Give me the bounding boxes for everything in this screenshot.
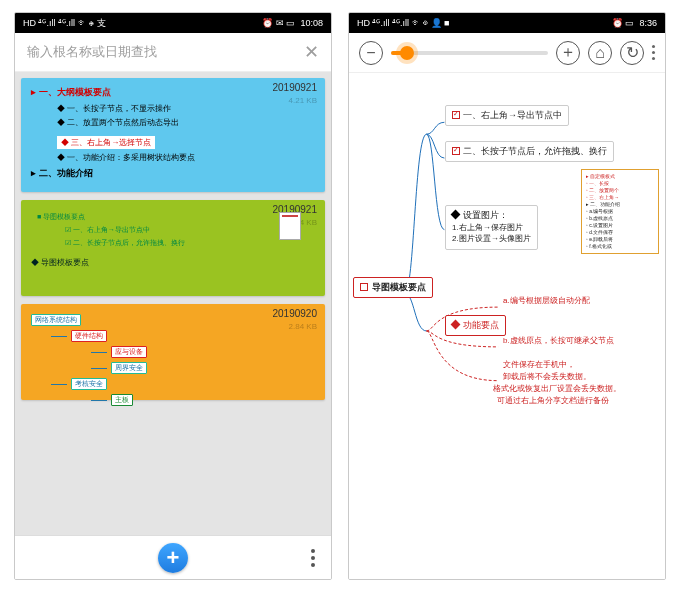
node-label: 设置图片： <box>463 210 508 220</box>
node-label: 功能要点 <box>463 320 499 330</box>
toolbar: − ＋ ⌂ ↻ <box>349 33 665 73</box>
detail-row: ◦ d.文件保存 <box>586 229 654 236</box>
detail-row: ◦ 一、长按 <box>586 180 654 187</box>
c3-node: 周界安全 <box>111 362 147 374</box>
detail-row: ▸ 自定模板式 <box>586 173 654 180</box>
card-item: ◆ 二、放置两个节点然后动态导出 <box>57 117 315 128</box>
mindmap-node-image[interactable]: 设置图片： 1.右上角→保存图片 2.图片设置→头像图片 <box>445 205 538 250</box>
mindmap-note: 可通过右上角分享文档进行备份 <box>497 395 609 406</box>
card-size: 2.84 KB <box>289 322 317 331</box>
node-subline: 2.图片设置→头像图片 <box>452 234 531 243</box>
status-indicators-right: HD ⁴ᴳ.ıll ⁴ᴳ.ıll ᯤ ◎ 👤 ■ <box>357 18 449 28</box>
add-button[interactable]: + <box>158 543 188 573</box>
checkbox-icon <box>452 147 460 155</box>
card2-root: ■ 导图模板要点 <box>37 212 273 222</box>
mindmap-canvas[interactable]: 导图模板要点 一、右上角→导出节点中 二、长按子节点后，允许拖拽、换行 设置图片… <box>349 73 665 579</box>
more-menu-icon[interactable] <box>311 549 315 567</box>
mindmap-note: b.虚线原点，长按可继承父节点 <box>503 335 614 346</box>
root-label: 导图模板要点 <box>372 282 426 292</box>
node-subline: 1.右上角→保存图片 <box>452 223 523 232</box>
more-menu-icon[interactable] <box>652 45 655 60</box>
c3-node: 应与设备 <box>111 346 147 358</box>
detail-row: ▸ 二、功能介绍 <box>586 201 654 208</box>
zoom-in-button[interactable]: ＋ <box>556 41 580 65</box>
detail-row: ◦ e.卸载后将 <box>586 236 654 243</box>
status-time-left: 10:08 <box>300 18 323 28</box>
zoom-slider[interactable] <box>391 51 548 55</box>
card-outline-template[interactable]: 20190921 4.21 KB ▸ 一、大纲模板要点 ◆ 一、长按子节点，不显… <box>21 78 325 192</box>
card-network-structure[interactable]: 20190920 2.84 KB 网络系统结构 硬件结构 应与设备 周界安全 考… <box>21 304 325 400</box>
node-label: 二、长按子节点后，允许拖拽、换行 <box>463 146 607 156</box>
detail-row: ◦ b.虚线原点 <box>586 215 654 222</box>
detail-row: ◦ f.格式化或 <box>586 243 654 250</box>
mindmap-detail-box[interactable]: ▸ 自定模板式 ◦ 一、长按 ◦ 二、放置两个 ◦ 三、右上角→ ▸ 二、功能介… <box>581 169 659 254</box>
phone-left: HD ⁴ᴳ.ıll ⁴ᴳ.ıll ᯤ ⊕ 支 ⏰ ✉ ▭ 10:08 输入根名称… <box>14 12 332 580</box>
card2-line: ☑ 一、右上角→导出节点中 <box>65 225 273 235</box>
c3-node: 硬件结构 <box>71 330 107 342</box>
detail-row: ◦ 二、放置两个 <box>586 187 654 194</box>
status-indicators-left: HD ⁴ᴳ.ıll ⁴ᴳ.ıll ᯤ ⊕ 支 <box>23 17 106 30</box>
mindmap-note: 格式化或恢复出厂设置会丢失数据。 <box>493 383 621 394</box>
mindmap-note: 文件保存在手机中， <box>503 359 575 370</box>
square-icon <box>360 283 368 291</box>
slider-thumb[interactable] <box>400 46 414 60</box>
mindmap-node-func[interactable]: 功能要点 <box>445 315 506 336</box>
diamond-icon <box>451 210 461 220</box>
card-item-highlight: ◆ 三、右上角→选择节点 <box>57 136 155 149</box>
bottom-bar: + <box>15 535 331 579</box>
mindmap-note: a.编号根据层级自动分配 <box>503 295 590 306</box>
card-size: 4.21 KB <box>289 96 317 105</box>
c3-root: 网络系统结构 <box>31 314 81 326</box>
mindmap-root[interactable]: 导图模板要点 <box>353 277 433 298</box>
c3-node: 主板 <box>111 394 133 406</box>
home-button[interactable]: ⌂ <box>588 41 612 65</box>
statusbar-left: HD ⁴ᴳ.ıll ⁴ᴳ.ıll ᯤ ⊕ 支 ⏰ ✉ ▭ 10:08 <box>15 13 331 33</box>
thumbnail-icon <box>279 212 301 240</box>
mindmap-node[interactable]: 二、长按子节点后，允许拖拽、换行 <box>445 141 614 162</box>
zoom-out-button[interactable]: − <box>359 41 383 65</box>
detail-row: ◦ a.编号根据 <box>586 208 654 215</box>
status-icons-right: ⏰ ▭ <box>612 18 635 28</box>
card-item: ◆ 一、功能介绍：多采用树状结构要点 <box>57 152 315 163</box>
close-icon[interactable]: ✕ <box>304 41 319 63</box>
card2-footer: ◆ 导图模板要点 <box>31 257 315 268</box>
statusbar-right: HD ⁴ᴳ.ıll ⁴ᴳ.ıll ᯤ ◎ 👤 ■ ⏰ ▭ 8:36 <box>349 13 665 33</box>
search-placeholder: 输入根名称或日期查找 <box>27 43 304 61</box>
detail-row: ◦ 三、右上角→ <box>586 194 654 201</box>
card-list: 20190921 4.21 KB ▸ 一、大纲模板要点 ◆ 一、长按子节点，不显… <box>15 72 331 535</box>
card-mindmap-template[interactable]: 20190921 3.24 KB ■ 导图模板要点 ☑ 一、右上角→导出节点中 … <box>21 200 325 296</box>
detail-row: ◦ c.设置图片 <box>586 222 654 229</box>
share-button[interactable]: ↻ <box>620 41 644 65</box>
status-time-right: 8:36 <box>639 18 657 28</box>
search-bar[interactable]: 输入根名称或日期查找 ✕ <box>15 33 331 72</box>
card2-line: ☑ 二、长按子节点后，允许拖拽、换行 <box>65 238 273 248</box>
card-date: 20190920 <box>273 308 318 319</box>
card-subtitle: ▸ 二、功能介绍 <box>31 167 315 180</box>
card-item: ◆ 一、长按子节点，不显示操作 <box>57 103 315 114</box>
mindmap-note: 卸载后将不会丢失数据。 <box>503 371 591 382</box>
mindmap-node[interactable]: 一、右上角→导出节点中 <box>445 105 569 126</box>
c3-node: 考核安全 <box>71 378 107 390</box>
node-label: 一、右上角→导出节点中 <box>463 110 562 120</box>
status-icons-left: ⏰ ✉ ▭ <box>262 18 295 28</box>
checkbox-icon <box>452 111 460 119</box>
phone-right: HD ⁴ᴳ.ıll ⁴ᴳ.ıll ᯤ ◎ 👤 ■ ⏰ ▭ 8:36 − ＋ ⌂ … <box>348 12 666 580</box>
diamond-icon <box>451 320 461 330</box>
card-date: 20190921 <box>273 82 318 93</box>
